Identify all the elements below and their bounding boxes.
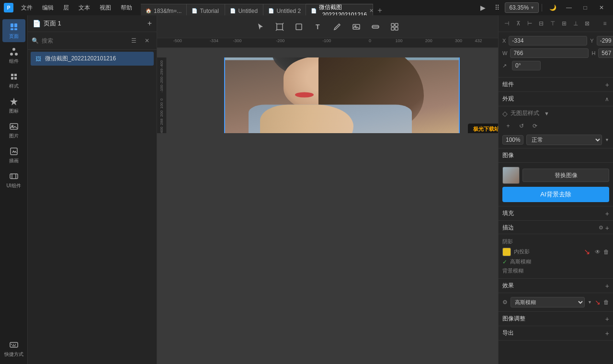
menu-view[interactable]: 视图 xyxy=(95,0,116,15)
more-align-btn[interactable]: ≡ xyxy=(600,18,610,29)
new-tab-button[interactable]: + xyxy=(373,4,386,15)
tool-frame[interactable] xyxy=(271,18,288,35)
sidebar-item-shortcuts[interactable]: 快捷方式 xyxy=(2,337,25,360)
bg-blur-item: 背景模糊 xyxy=(502,266,609,275)
w-input[interactable] xyxy=(510,48,589,58)
illustrations-icon xyxy=(9,147,19,156)
sidebar-item-styles[interactable]: 样式 xyxy=(2,69,25,92)
add-style-btn[interactable]: + xyxy=(502,120,514,132)
tool-pencil[interactable] xyxy=(329,18,346,35)
copy-style-btn[interactable]: ⟳ xyxy=(529,120,541,132)
sidebar-item-pages[interactable]: 页面 xyxy=(2,19,25,42)
tab-183[interactable]: 🏠 183&fm=... xyxy=(141,4,187,15)
image-section: 替换图像 AI背景去除 xyxy=(499,163,613,206)
panel-sort-button[interactable]: ☰ xyxy=(128,35,139,46)
minimize-button[interactable]: — xyxy=(561,0,577,15)
tick-300: -300 xyxy=(233,38,241,43)
panel-actions: ☰ ✕ xyxy=(128,35,153,46)
tab-wechat[interactable]: 📄 微信截图_20221202101216 ✕ xyxy=(306,4,373,15)
effect-delete-btn[interactable]: 🗑 xyxy=(603,299,609,306)
stroke-add-btn[interactable]: + xyxy=(605,224,609,232)
menu-text[interactable]: 文本 xyxy=(74,0,95,15)
menu-edit[interactable]: 编辑 xyxy=(37,0,58,15)
export-add-btn[interactable]: + xyxy=(605,330,609,337)
tool-text[interactable]: T xyxy=(309,18,327,35)
svg-rect-24 xyxy=(296,24,302,30)
tab-untitled2[interactable]: 📄 Untitled 2 xyxy=(263,4,306,15)
stroke-settings-icon[interactable]: ⚙ xyxy=(599,225,603,231)
align-center-h-btn[interactable]: ⊼ xyxy=(513,18,523,29)
svg-line-23 xyxy=(283,30,284,31)
ai-background-remove-button[interactable]: AI背景去除 xyxy=(502,187,609,202)
effects-add-btn[interactable]: + xyxy=(605,282,609,290)
sidebar-item-components[interactable]: 组件 xyxy=(2,44,25,67)
align-top-btn[interactable]: ⊤ xyxy=(547,18,558,29)
text-icon: T xyxy=(314,23,322,31)
x-input[interactable] xyxy=(509,36,587,46)
sidebar-item-illustrations[interactable]: 插画 xyxy=(2,144,25,167)
maximize-button[interactable]: □ xyxy=(578,0,593,15)
distribute-v-btn[interactable]: ⊠ xyxy=(582,18,592,29)
dark-mode-button[interactable]: 🌙 xyxy=(545,0,560,15)
effect-select[interactable]: 高斯模糊 背景模糊 动感模糊 xyxy=(511,297,585,307)
y-input[interactable] xyxy=(597,36,613,46)
image-frame[interactable] xyxy=(224,57,460,133)
sidebar-item-ui[interactable]: UI组件 xyxy=(2,169,25,192)
opacity-row: 正常 正片叠底 滤色 ▼ xyxy=(502,135,609,145)
inner-shadow-eye[interactable]: 👁 xyxy=(595,249,601,255)
tab-untitled[interactable]: 📄 Untitled xyxy=(225,4,263,15)
align-bottom-btn[interactable]: ⊥ xyxy=(570,18,581,29)
ruler-top: -500 -334 -300 -200 -100 0 100 200 300 4… xyxy=(157,38,498,48)
page-title: 页面 1 xyxy=(44,19,145,28)
export-section-header: 导出 + xyxy=(499,326,613,341)
tool-pointer[interactable] xyxy=(252,18,269,35)
components-add-btn[interactable]: + xyxy=(605,81,609,89)
inner-shadow-swatch[interactable] xyxy=(502,248,511,256)
menu-layer[interactable]: 层 xyxy=(58,0,74,15)
layer-item[interactable]: 🖼 微信截图_20221202101216 xyxy=(31,52,154,66)
inner-shadow-delete[interactable]: 🗑 xyxy=(603,249,609,255)
canvas-image-container[interactable]: Upscale image xyxy=(224,57,460,133)
search-icon: 🔍 xyxy=(32,37,39,44)
panel-close-button[interactable]: ✕ xyxy=(141,35,153,46)
fill-add-btn[interactable]: + xyxy=(605,210,609,217)
tool-image[interactable] xyxy=(348,18,365,35)
fill-section-header: 填充 + xyxy=(499,206,613,221)
search-input[interactable] xyxy=(42,37,125,44)
effect-settings-icon[interactable]: ⚙ xyxy=(502,299,508,306)
add-page-button[interactable]: + xyxy=(148,19,152,28)
align-right-btn[interactable]: ⊢ xyxy=(524,18,535,29)
style-dropdown-arrow[interactable]: ▼ xyxy=(544,111,549,116)
appearance-collapse-btn[interactable]: ∧ xyxy=(605,96,609,102)
menu-file[interactable]: 文件 xyxy=(16,0,37,15)
zoom-display[interactable]: 63.35% ▼ xyxy=(505,2,539,13)
distribute-h-btn[interactable]: ⊟ xyxy=(536,18,546,29)
grid-button[interactable]: ⠿ xyxy=(490,1,504,14)
tool-grid[interactable] xyxy=(386,18,403,35)
angle-input[interactable] xyxy=(512,61,541,70)
img-adjust-add-btn[interactable]: + xyxy=(605,315,609,323)
gaussian-blur-stroke-label: 高斯模糊 xyxy=(510,258,531,265)
play-button[interactable]: ▶ xyxy=(476,1,489,14)
components-section-header[interactable]: 组件 + xyxy=(499,78,613,92)
tool-rect[interactable] xyxy=(290,18,307,35)
svg-rect-1 xyxy=(14,23,17,27)
blend-mode-select[interactable]: 正常 正片叠底 滤色 xyxy=(526,135,602,145)
close-button[interactable]: ✕ xyxy=(594,0,609,15)
menu-help[interactable]: 帮助 xyxy=(116,0,137,15)
bg-blur-label: 背景模糊 xyxy=(502,267,523,274)
tool-minus[interactable] xyxy=(367,18,384,35)
sidebar-item-icons[interactable]: 图标 xyxy=(2,94,25,117)
canvas-content[interactable]: Upscale image xyxy=(176,57,498,133)
replace-image-button[interactable]: 替换图像 xyxy=(522,169,609,182)
sidebar-item-images[interactable]: 图片 xyxy=(2,119,25,142)
tab-icon: 📄 xyxy=(268,8,274,13)
opacity-input[interactable] xyxy=(502,135,523,145)
align-center-v-btn[interactable]: ⊞ xyxy=(559,18,569,29)
reset-style-btn[interactable]: ↺ xyxy=(516,120,527,132)
tab-tutorial[interactable]: 📄 Tutorial xyxy=(187,4,225,15)
appearance-section-header[interactable]: 外观 ∧ xyxy=(499,92,613,106)
inner-shadow-label: 内投影 xyxy=(514,248,530,255)
h-input[interactable] xyxy=(598,48,613,58)
align-left-btn[interactable]: ⊣ xyxy=(501,18,512,29)
